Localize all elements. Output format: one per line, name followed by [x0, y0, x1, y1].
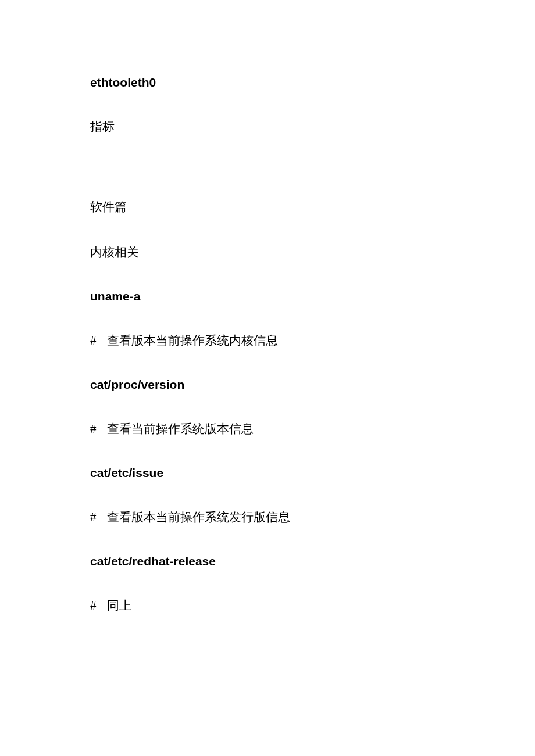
heading-ethtool: ethtooleth0: [90, 76, 445, 89]
hash-symbol: #: [90, 334, 97, 348]
comment-release-info: #查看版本当前操作系统发行版信息: [90, 509, 445, 525]
heading-redhat-release: cat/etc/redhat-release: [90, 554, 445, 568]
heading-proc-version: cat/proc/version: [90, 378, 445, 392]
comment-version-info: #查看当前操作系统版本信息: [90, 421, 445, 437]
comment-kernel-info: #查看版本当前操作系统内核信息: [90, 332, 445, 349]
comment-text: 查看版本当前操作系统内核信息: [107, 334, 278, 347]
hash-symbol: #: [90, 510, 97, 525]
para-software-section: 软件篇: [90, 199, 445, 215]
comment-text: 查看版本当前操作系统发行版信息: [107, 510, 290, 524]
para-kernel-related: 内核相关: [90, 244, 445, 260]
hash-symbol: #: [90, 422, 97, 436]
hash-symbol: #: [90, 599, 97, 613]
heading-uname: uname-a: [90, 289, 445, 303]
para-indicator: 指标: [90, 119, 445, 135]
heading-etc-issue: cat/etc/issue: [90, 466, 445, 480]
comment-text: 同上: [107, 599, 131, 612]
comment-text: 查看当前操作系统版本信息: [107, 422, 254, 436]
comment-same-above: #同上: [90, 597, 445, 614]
